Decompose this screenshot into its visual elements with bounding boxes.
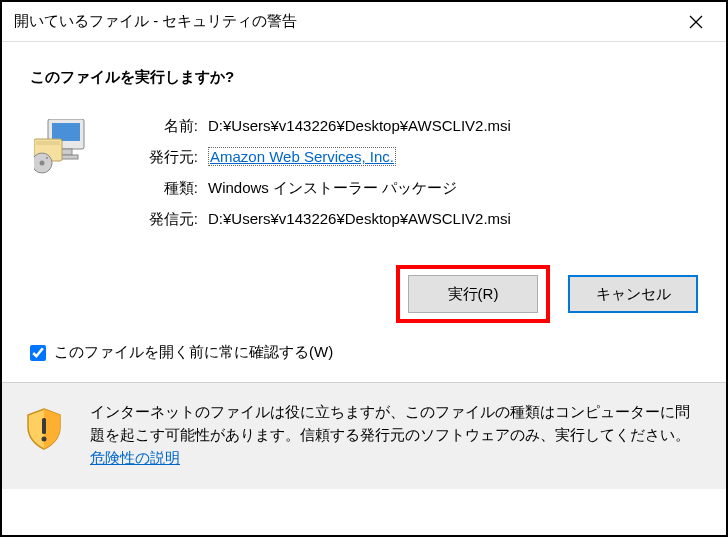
svg-point-10 bbox=[46, 157, 48, 159]
file-info-row: 名前: D:¥Users¥v143226¥Desktop¥AWSCLIV2.ms… bbox=[30, 117, 698, 241]
button-row: 実行(R) キャンセル bbox=[30, 275, 698, 313]
name-value: D:¥Users¥v143226¥Desktop¥AWSCLIV2.msi bbox=[208, 117, 511, 136]
security-warning-dialog: 開いているファイル - セキュリティの警告 このファイルを実行しますか? bbox=[0, 0, 728, 537]
run-button-highlight: 実行(R) bbox=[396, 265, 550, 323]
always-confirm-checkbox[interactable] bbox=[30, 345, 46, 361]
svg-rect-11 bbox=[42, 418, 46, 434]
detail-row-publisher: 発行元: Amazon Web Services, Inc. bbox=[130, 148, 698, 167]
run-button[interactable]: 実行(R) bbox=[408, 275, 538, 313]
svg-point-12 bbox=[42, 437, 47, 442]
window-title: 開いているファイル - セキュリティの警告 bbox=[14, 12, 674, 31]
svg-rect-7 bbox=[36, 141, 60, 145]
type-value: Windows インストーラー パッケージ bbox=[208, 179, 457, 198]
close-icon bbox=[689, 15, 703, 29]
svg-rect-3 bbox=[52, 123, 80, 141]
cancel-button[interactable]: キャンセル bbox=[568, 275, 698, 313]
file-icon-column bbox=[30, 117, 130, 241]
close-button[interactable] bbox=[674, 5, 718, 39]
checkbox-row: このファイルを開く前に常に確認する(W) bbox=[30, 343, 698, 362]
always-confirm-label[interactable]: このファイルを開く前に常に確認する(W) bbox=[54, 343, 333, 362]
file-details: 名前: D:¥Users¥v143226¥Desktop¥AWSCLIV2.ms… bbox=[130, 117, 698, 241]
warning-text: インターネットのファイルは役に立ちますが、このファイルの種類はコンピューターに問… bbox=[90, 401, 702, 471]
question-text: このファイルを実行しますか? bbox=[30, 68, 698, 87]
svg-point-9 bbox=[40, 161, 45, 166]
source-label: 発信元: bbox=[130, 210, 208, 229]
detail-row-name: 名前: D:¥Users¥v143226¥Desktop¥AWSCLIV2.ms… bbox=[130, 117, 698, 136]
warning-text-content: インターネットのファイルは役に立ちますが、このファイルの種類はコンピューターに問… bbox=[90, 404, 690, 443]
name-label: 名前: bbox=[130, 117, 208, 136]
dialog-content: このファイルを実行しますか? bbox=[2, 42, 726, 535]
detail-row-source: 発信元: D:¥Users¥v143226¥Desktop¥AWSCLIV2.m… bbox=[130, 210, 698, 229]
risk-explanation-link[interactable]: 危険性の説明 bbox=[90, 450, 180, 466]
source-value: D:¥Users¥v143226¥Desktop¥AWSCLIV2.msi bbox=[208, 210, 511, 229]
publisher-label: 発行元: bbox=[130, 148, 208, 167]
upper-section: このファイルを実行しますか? bbox=[2, 42, 726, 382]
installer-icon bbox=[34, 119, 88, 175]
warning-section: インターネットのファイルは役に立ちますが、このファイルの種類はコンピューターに問… bbox=[2, 383, 726, 489]
type-label: 種類: bbox=[130, 179, 208, 198]
shield-warning-icon bbox=[22, 407, 66, 451]
publisher-link[interactable]: Amazon Web Services, Inc. bbox=[208, 147, 396, 166]
publisher-value: Amazon Web Services, Inc. bbox=[208, 148, 396, 167]
detail-row-type: 種類: Windows インストーラー パッケージ bbox=[130, 179, 698, 198]
titlebar: 開いているファイル - セキュリティの警告 bbox=[2, 2, 726, 42]
